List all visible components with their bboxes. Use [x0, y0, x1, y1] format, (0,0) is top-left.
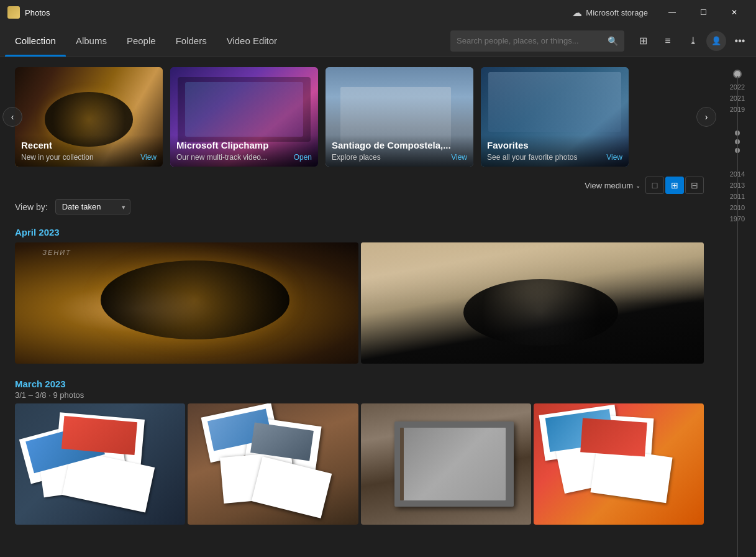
close-button[interactable]: ✕ — [720, 2, 749, 22]
section-march-2023: March 2023 3/1 – 3/8 · 9 photos — [0, 374, 719, 403]
card-recent[interactable]: Recent New in your collection View — [15, 67, 163, 167]
toolbar: View medium ⌄ □ ⊞ ⊟ — [0, 177, 719, 199]
card-santiago[interactable]: Santiago de Compostela,... Explore place… — [326, 67, 473, 167]
timeline-line — [737, 76, 738, 557]
view-medium-label: View medium — [585, 181, 633, 190]
minimize-button[interactable]: — — [658, 2, 686, 22]
titlebar-controls: — ☐ ✕ — [658, 2, 749, 22]
content-area: ‹ Recent New in your collection View — [0, 57, 719, 557]
photo-polaroid-1[interactable] — [15, 403, 185, 525]
card-recent-title: Recent — [21, 140, 157, 150]
cards-row: ‹ Recent New in your collection View — [0, 57, 719, 177]
storage-label: Microsoft storage — [586, 8, 648, 17]
tab-collection[interactable]: Collection — [5, 25, 66, 57]
photo-spread[interactable] — [534, 403, 704, 525]
card-clipchamp-title: Microsoft Clipchamp — [176, 140, 312, 150]
cloud-storage: ☁ Microsoft storage — [572, 7, 648, 19]
view-small-grid-button[interactable]: ⊟ — [685, 177, 704, 194]
viewby-label: View by: — [15, 202, 48, 212]
view-single-button[interactable]: □ — [645, 177, 664, 194]
card-santiago-action[interactable]: View — [451, 153, 467, 162]
section-april-2023: April 2023 — [0, 222, 719, 242]
photo-zenit-2[interactable] — [361, 242, 704, 364]
navbar: Collection Albums People Folders Video E… — [0, 25, 756, 57]
tab-folders[interactable]: Folders — [166, 25, 217, 57]
photo-notebook[interactable] — [361, 403, 531, 525]
app-icon — [7, 6, 20, 19]
card-clipchamp[interactable]: Microsoft Clipchamp Our new multi-track … — [170, 67, 318, 167]
cloud-icon: ☁ — [572, 7, 582, 19]
viewby-select[interactable]: Date taken Date created Date modified — [55, 199, 130, 214]
view-medium-button[interactable]: View medium ⌄ — [585, 181, 640, 190]
nav-icons: ⊞ ≡ ⤓ 👤 ••• — [632, 25, 751, 57]
search-input[interactable] — [457, 36, 603, 45]
card-favorites-action[interactable]: View — [606, 153, 622, 162]
tab-albums[interactable]: Albums — [66, 25, 117, 57]
more-button[interactable]: ••• — [729, 30, 751, 52]
view-toggle-group: □ ⊞ ⊟ — [645, 177, 704, 194]
section-april-date: April 2023 — [15, 227, 704, 237]
viewby-row: View by: Date taken Date created Date mo… — [0, 199, 719, 222]
card-favorites-title: Favorites — [487, 140, 622, 150]
cards-next-button[interactable]: › — [696, 107, 716, 127]
photo-grid-april: ЗЕНИТ — [0, 242, 719, 364]
card-santiago-subtitle: Explore places — [332, 153, 381, 162]
photo-grid-march — [0, 403, 719, 525]
app-title: Photos — [25, 8, 50, 17]
view-grid-button[interactable]: ⊞ — [665, 177, 684, 194]
viewby-wrapper: Date taken Date created Date modified ▾ — [55, 199, 130, 214]
filter-button[interactable]: ≡ — [657, 30, 679, 52]
tab-video-editor[interactable]: Video Editor — [217, 25, 287, 57]
search-icon: 🔍 — [608, 36, 618, 46]
card-clipchamp-subtitle: Our new multi-track video... — [176, 153, 267, 162]
card-favorites[interactable]: Favorites See all your favorite photos V… — [481, 67, 629, 167]
card-recent-action[interactable]: View — [140, 153, 157, 162]
search-box[interactable]: 🔍 — [450, 30, 624, 52]
timeline: 2022 2021 2019 2014 2013 2011 2010 1970 — [719, 57, 756, 557]
tab-people[interactable]: People — [117, 25, 166, 57]
view-toggle-button[interactable]: ⊞ — [632, 30, 654, 52]
import-button[interactable]: ⤓ — [681, 30, 704, 52]
card-favorites-subtitle: See all your favorite photos — [487, 153, 577, 162]
cards-prev-button[interactable]: ‹ — [2, 107, 22, 127]
photo-zenit-1[interactable]: ЗЕНИТ — [15, 242, 358, 364]
photo-polaroid-2[interactable] — [188, 403, 358, 525]
view-medium-chevron: ⌄ — [635, 182, 640, 189]
card-santiago-title: Santiago de Compostela,... — [332, 140, 467, 150]
titlebar-left: Photos — [7, 6, 50, 19]
account-button[interactable]: 👤 — [706, 31, 726, 51]
main-area: ‹ Recent New in your collection View — [0, 57, 756, 557]
card-recent-subtitle: New in your collection — [21, 153, 94, 162]
section-march-date: March 2023 — [15, 379, 704, 389]
card-clipchamp-action[interactable]: Open — [294, 153, 312, 162]
titlebar: Photos ☁ Microsoft storage — ☐ ✕ — [0, 0, 756, 25]
maximize-button[interactable]: ☐ — [689, 2, 717, 22]
section-march-meta: 3/1 – 3/8 · 9 photos — [15, 390, 704, 400]
